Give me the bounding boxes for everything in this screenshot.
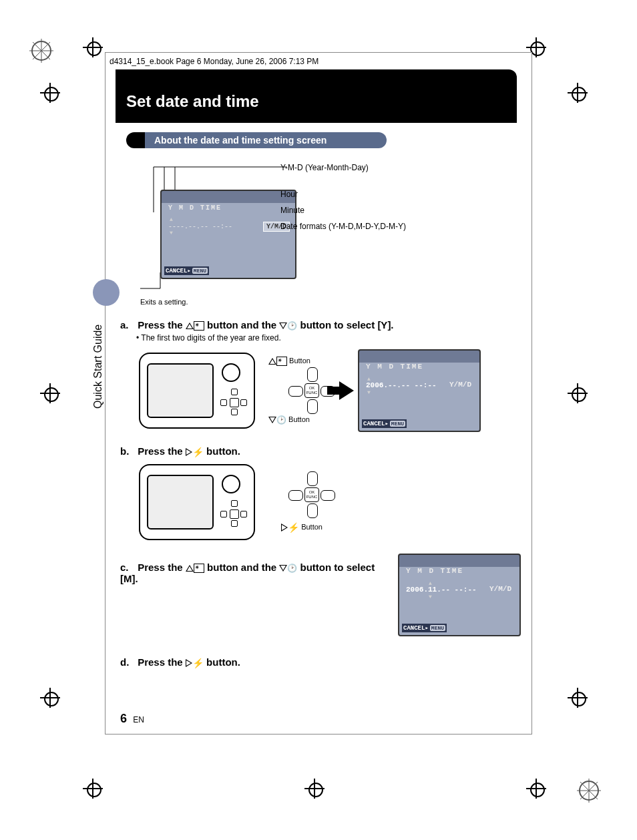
crop-mark-right-1 <box>568 83 588 103</box>
dpad-center-label: OKFUNC <box>304 383 319 398</box>
down-triangle-icon <box>279 565 287 572</box>
crop-mark-left-2 <box>40 383 60 403</box>
dpad-right-button-label: Button <box>301 523 323 531</box>
lcd-after-step-a: Y M D TIME ▲ 2006.--.-- --:-- ▼ Y/M/D CA… <box>358 349 481 432</box>
step-d-pre: Press the <box>138 656 186 668</box>
lcd-c-value: 2006.11.-- --:-- <box>406 586 477 594</box>
lcd-cancel-hint: CANCEL▸MENU <box>164 266 209 275</box>
step-d-prefix: d. <box>120 656 135 668</box>
lcd-a-header: Y M D TIME <box>366 363 423 371</box>
caret-down-icon: ▼ <box>170 230 173 236</box>
crop-mark-bottom-1 <box>83 779 103 799</box>
down-triangle-icon <box>279 323 287 329</box>
self-timer-icon: 🕑 <box>287 564 297 573</box>
crop-mark-bottom-3 <box>526 779 546 799</box>
step-c: c. Press the button and the 🕑 button to … <box>120 562 390 584</box>
register-gear-top-left <box>29 39 53 63</box>
callout-formats: Date formats (Y-M-D,M-D-Y,D-M-Y) <box>280 222 406 231</box>
lcd-value-row: ----.--.-- --:-- <box>168 223 232 230</box>
step-b: b. Press the ⚡ button. <box>120 445 521 457</box>
crop-mark-top-1 <box>83 37 103 57</box>
lcd-c-header: Y M D TIME <box>406 567 463 575</box>
crop-mark-bottom-2 <box>304 779 325 799</box>
up-triangle-icon <box>186 323 194 329</box>
lcd-cancel-text: CANCEL <box>166 268 187 274</box>
step-b-prefix: b. <box>120 445 135 457</box>
callout-ymd: Y-M-D (Year-Month-Day) <box>280 163 406 172</box>
down-triangle-icon <box>268 417 276 423</box>
step-a-mid: button and the <box>207 319 279 331</box>
exposure-icon <box>276 357 287 366</box>
dpad-center-label: OKFUNC <box>304 487 319 502</box>
step-a: a. Press the button and the 🕑 button to … <box>120 319 521 331</box>
crop-mark-left-3 <box>40 688 60 708</box>
arrow-right-icon <box>339 381 354 400</box>
camera-back-illustration <box>139 353 255 429</box>
crop-mark-top-2 <box>526 37 546 57</box>
step-c-mid: button and the <box>207 562 279 573</box>
caret-down-icon: ▼ <box>367 389 371 395</box>
callout-hour: Hour <box>280 190 406 199</box>
dpad-up-button-label: Button <box>289 357 310 365</box>
exposure-icon <box>194 564 204 573</box>
flash-icon: ⚡ <box>192 447 204 457</box>
step-c-prefix: c. <box>120 562 135 573</box>
self-timer-icon: 🕑 <box>276 415 286 425</box>
page-footer: 6 EN <box>120 712 144 726</box>
step-d: d. Press the ⚡ button. <box>120 656 521 668</box>
exits-setting-label: Exits a setting. <box>140 298 521 306</box>
step-c-pre: Press the <box>138 562 186 573</box>
dpad-illustration: OKFUNC <box>288 471 335 518</box>
step-a-pre: Press the <box>138 319 186 331</box>
lcd-menu-badge: MENU <box>192 268 208 274</box>
step-b-pre: Press the <box>138 445 186 457</box>
up-triangle-icon <box>186 565 194 572</box>
lcd-header-row: Y M D TIME <box>168 204 222 212</box>
step-b-post: button. <box>206 445 240 457</box>
up-triangle-icon <box>268 358 276 365</box>
self-timer-icon: 🕑 <box>287 321 297 331</box>
lcd-c-cancel: CANCEL▸MENU <box>402 624 447 632</box>
dpad-down-button-label: Button <box>288 415 310 423</box>
lcd-after-step-c: Y M D TIME ▲ 2006.11.-- --:-- ▼ Y/M/D CA… <box>398 554 521 636</box>
side-thumb-tab <box>93 279 120 306</box>
crop-mark-left-1 <box>40 83 60 103</box>
crop-mark-right-2 <box>568 383 588 403</box>
lcd-a-value: 2006.--.-- --:-- <box>366 381 437 389</box>
step-a-note: • The first two digits of the year are f… <box>136 333 521 343</box>
right-triangle-icon <box>281 523 288 532</box>
page-title: Set date and time <box>116 69 517 123</box>
sidebar-label: Quick Start Guide <box>92 325 104 409</box>
caret-up-icon: ▲ <box>170 216 173 222</box>
exposure-icon <box>194 321 204 331</box>
right-triangle-icon <box>186 659 192 667</box>
page-number: 6 <box>120 712 127 725</box>
flash-icon: ⚡ <box>288 522 299 533</box>
flash-icon: ⚡ <box>192 658 204 668</box>
step-d-post: button. <box>206 656 240 668</box>
callout-minute: Minute <box>280 206 406 215</box>
camera-back-illustration <box>139 464 255 540</box>
lcd-a-cancel: CANCEL▸MENU <box>362 419 407 428</box>
right-triangle-icon <box>186 448 192 456</box>
caret-down-icon: ▼ <box>429 594 432 600</box>
register-gear-bottom-right <box>577 779 601 803</box>
step-a-prefix: a. <box>120 319 135 331</box>
step-a-post: button to select [Y]. <box>300 319 394 331</box>
lcd-a-format: Y/M/D <box>447 380 474 389</box>
lcd-c-format: Y/M/D <box>487 584 514 594</box>
crop-mark-right-3 <box>568 688 588 708</box>
lcd-datetime-screen: Y M D TIME ▲ ----.--.-- --:-- ▼ Y/M/D CA… <box>160 190 296 279</box>
book-header: d4314_15_e.book Page 6 Monday, June 26, … <box>110 57 318 66</box>
section-subtitle: About the date and time setting screen <box>126 132 387 148</box>
page-lang: EN <box>133 715 144 724</box>
